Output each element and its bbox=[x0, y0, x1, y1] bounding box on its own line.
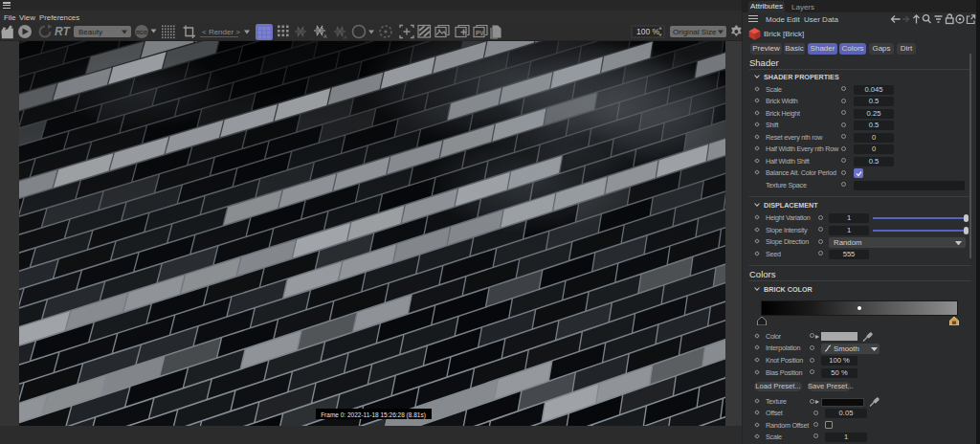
svg-text:< Render >: < Render > bbox=[202, 28, 240, 36]
svg-text:A: A bbox=[323, 33, 327, 39]
svg-text:A: A bbox=[344, 34, 347, 40]
svg-text:Original Size: Original Size bbox=[673, 28, 717, 36]
svg-text:PV: PV bbox=[476, 30, 484, 36]
svg-text:Frame 0: 2022-11-18 15:26:28 (: Frame 0: 2022-11-18 15:26:28 (8.81s) bbox=[321, 411, 426, 419]
svg-text:RGB: RGB bbox=[136, 30, 147, 35]
svg-text:100 %: 100 % bbox=[636, 27, 660, 36]
svg-text:RT: RT bbox=[55, 25, 71, 38]
svg-text:Beauty: Beauty bbox=[78, 28, 102, 36]
